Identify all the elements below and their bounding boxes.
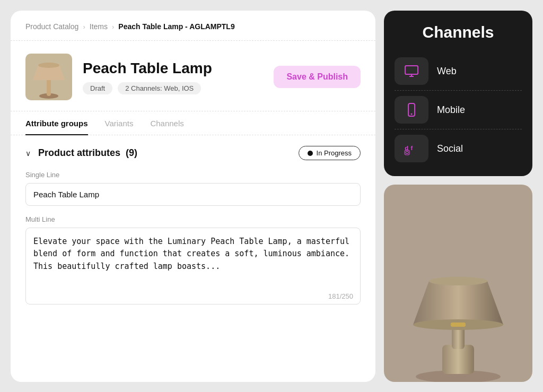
channels-title: Channels <box>395 23 522 41</box>
product-title: Peach Table Lamp <box>83 60 263 77</box>
tab-variants[interactable]: Variants <box>105 111 134 135</box>
multi-line-label: Multi Line <box>25 215 361 223</box>
tab-channels[interactable]: Channels <box>150 111 183 135</box>
channel-mobile-label: Mobile <box>437 104 465 116</box>
breadcrumb-sep-1: › <box>83 23 85 31</box>
multi-line-field-group: Multi Line Elevate your space with the L… <box>25 215 361 307</box>
single-line-input[interactable] <box>25 183 361 206</box>
channel-item-mobile[interactable]: Mobile <box>395 91 522 129</box>
mobile-icon-box <box>395 96 428 124</box>
status-badge: Draft <box>83 82 112 94</box>
breadcrumb-catalog[interactable]: Product Catalog <box>25 22 78 31</box>
single-line-field-group: Single Line <box>25 171 361 206</box>
svg-rect-14 <box>442 345 474 374</box>
breadcrumb-current: Peach Table Lamp - AGLAMPTL9 <box>118 22 234 31</box>
svg-text:f: f <box>410 145 413 151</box>
svg-marker-16 <box>413 281 503 325</box>
channels-badge: 2 Channels: Web, IOS <box>118 82 201 94</box>
tab-attribute-groups[interactable]: Attribute groups <box>25 111 88 135</box>
phone-icon <box>403 101 420 118</box>
svg-rect-4 <box>405 66 418 74</box>
svg-rect-1 <box>47 79 51 96</box>
breadcrumb: Product Catalog › Items › Peach Table La… <box>11 11 375 41</box>
breadcrumb-items[interactable]: Items <box>90 22 108 31</box>
channel-item-social[interactable]: d f Social <box>395 129 522 168</box>
product-image <box>25 54 72 100</box>
svg-point-12 <box>406 151 408 154</box>
product-info: Peach Table Lamp Draft 2 Channels: Web, … <box>83 60 263 94</box>
textarea-wrapper: Elevate your space with the Luminary Pea… <box>25 228 361 307</box>
channel-social-label: Social <box>437 143 463 154</box>
section-header: ∨ Product attributes (9) In Progress <box>25 146 361 160</box>
single-line-label: Single Line <box>25 171 361 179</box>
section-title: Product attributes (9) <box>38 147 137 159</box>
svg-point-17 <box>429 277 487 285</box>
right-panel: Channels Web <box>384 11 532 382</box>
svg-point-8 <box>411 114 413 115</box>
svg-point-3 <box>38 63 59 68</box>
social-icon: d f <box>403 140 420 157</box>
product-header: Peach Table Lamp Draft 2 Channels: Web, … <box>11 41 375 111</box>
channel-item-web[interactable]: Web <box>395 52 522 91</box>
web-icon-box <box>395 57 428 85</box>
status-label: In Progress <box>317 149 352 157</box>
multi-line-input[interactable]: Elevate your space with the Luminary Pea… <box>25 228 361 304</box>
attributes-section: ∨ Product attributes (9) In Progress Sin… <box>11 135 375 382</box>
status-dot <box>308 151 313 156</box>
monitor-icon <box>403 63 420 80</box>
lamp-preview <box>384 185 532 382</box>
in-progress-badge: In Progress <box>299 146 361 160</box>
svg-rect-19 <box>451 323 466 327</box>
save-publish-button[interactable]: Save & Publish <box>274 66 361 88</box>
char-count: 181/250 <box>328 292 353 300</box>
breadcrumb-sep-2: › <box>112 23 114 31</box>
lamp-preview-svg <box>405 265 511 382</box>
tabs-bar: Attribute groups Variants Channels <box>11 111 375 135</box>
product-badges: Draft 2 Channels: Web, IOS <box>83 82 263 94</box>
social-icon-box: d f <box>395 135 428 162</box>
channels-card: Channels Web <box>384 11 532 176</box>
chevron-down-icon[interactable]: ∨ <box>25 149 31 158</box>
channel-web-label: Web <box>437 66 457 77</box>
left-panel: Product Catalog › Items › Peach Table La… <box>11 11 375 382</box>
